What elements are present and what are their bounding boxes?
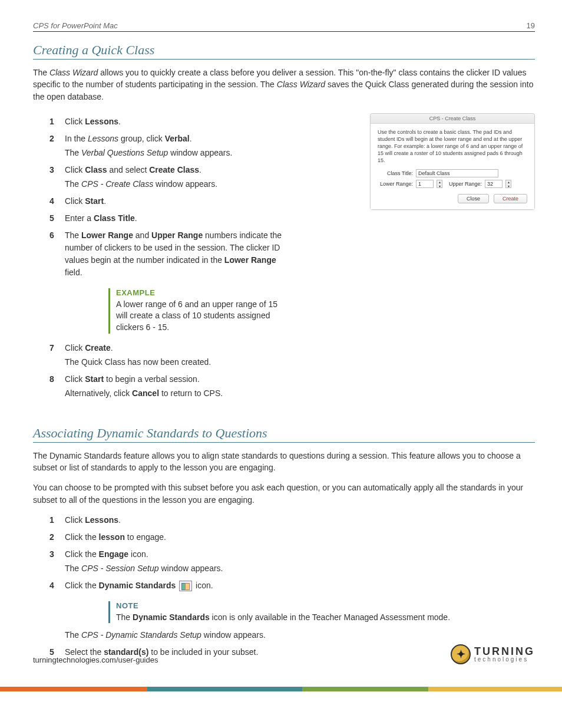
class-title-input[interactable]: Default Class [416,169,498,177]
step-item-after-note: The CPS - Dynamic Standards Setup window… [49,629,535,641]
header-title: CPS for PowerPoint Mac [33,21,118,30]
step-item: 1 Click Lessons. [49,514,535,526]
step-item: 4 Click Start. [49,195,359,207]
dynamic-standards-p1: The Dynamic Standards feature allows you… [33,450,535,474]
step-item: 4 Click the Dynamic Standards icon. [49,579,535,592]
steps-list-dynamic-standards: 1 Click Lessons. 2 Click the lesson to e… [33,514,535,592]
section-heading-dynamic-standards: Associating Dynamic Standards to Questio… [33,426,535,443]
dialog-create-button[interactable]: Create [494,194,527,203]
step-item: 2 In the Lessons group, click Verbal. Th… [49,133,359,159]
upper-range-label: Upper Range: [445,181,482,187]
dialog-instructions: Use the controls to create a basic class… [378,129,527,164]
footer-color-bar [0,687,562,691]
step-item: 6 The Lower Range and Upper Range number… [49,229,291,279]
lower-range-label: Lower Range: [378,181,413,187]
logo-mark-icon: ✦ [451,644,471,664]
lower-range-stepper[interactable]: ▴▾ [437,180,442,188]
example-callout: EXAMPLE A lower range of 6 and an upper … [108,288,279,334]
step-item: 8 Click Start to begin a verbal session.… [49,373,359,400]
upper-range-input[interactable]: 32 [485,180,503,188]
page-header: CPS for PowerPoint Mac 19 [33,21,535,32]
logo-line2: technologies [474,657,535,663]
dynamic-standards-p2: You can choose to be prompted with this … [33,482,535,506]
create-class-dialog-screenshot: CPS - Create Class Use the controls to c… [370,113,535,210]
upper-range-stepper[interactable]: ▴▾ [505,180,511,188]
logo-line1: TURNING [474,647,535,657]
step-item: 3 Click the Engage icon. The CPS - Sessi… [49,548,535,575]
dialog-close-button[interactable]: Close [458,194,489,203]
example-title: EXAMPLE [116,288,279,297]
step-item: 1 Click Lessons. [49,116,359,128]
turning-technologies-logo: ✦ TURNING technologies [451,644,535,664]
note-callout: NOTE The Dynamic Standards icon is only … [108,601,521,624]
example-body: A lower range of 6 and an upper range of… [116,299,279,334]
step-item: 2 Click the lesson to engage. [49,531,535,543]
dynamic-standards-icon [179,581,192,591]
section-heading-quick-class: Creating a Quick Class [33,42,535,60]
dialog-titlebar: CPS - Create Class [371,114,534,124]
intro-paragraph-quick-class: The Class Wizard allows you to quickly c… [33,67,535,103]
step-item: 3 Click Class and select Create Class. T… [49,164,359,190]
header-page-number: 19 [527,21,535,30]
class-title-label: Class Title: [378,170,413,176]
note-title: NOTE [116,601,521,610]
step-item: 5 Enter a Class Title. [49,212,359,225]
note-body: The Dynamic Standards icon is only avail… [116,612,521,624]
steps-list-quick-class: 1 Click Lessons. 2 In the Lessons group,… [33,116,359,279]
footer-url: turningtechnologies.com/user-guides [33,655,158,664]
page-footer: turningtechnologies.com/user-guides ✦ TU… [33,644,535,664]
step-item: 7 Click Create. The Quick Class has now … [49,342,359,368]
lower-range-input[interactable]: 1 [416,180,434,188]
